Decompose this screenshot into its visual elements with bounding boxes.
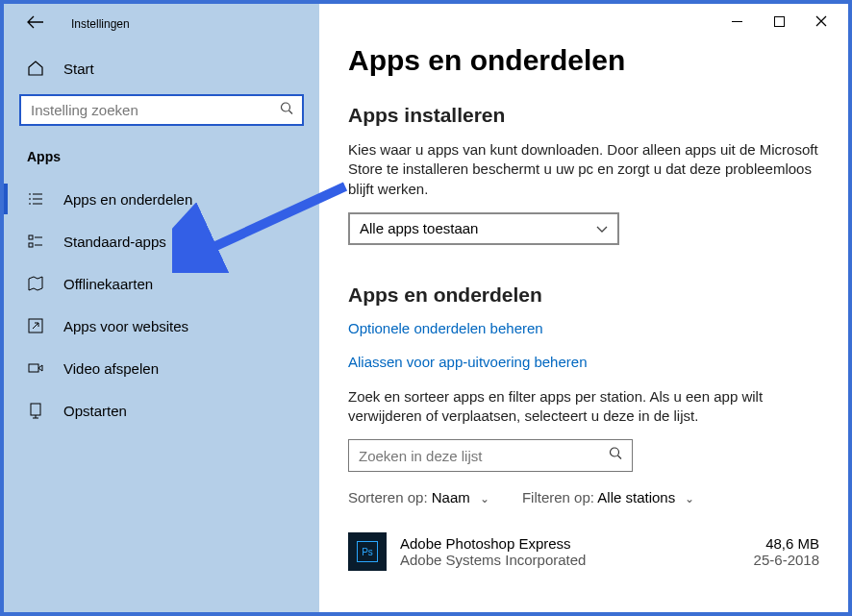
sidebar-item-label: Standaard-apps bbox=[63, 234, 166, 250]
category-label: Apps bbox=[4, 139, 319, 178]
svg-rect-14 bbox=[29, 243, 33, 247]
sort-value: Naam bbox=[432, 489, 470, 505]
sidebar-item-label: Opstarten bbox=[63, 403, 127, 419]
sidebar-item-label: Video afspelen bbox=[63, 360, 159, 377]
app-name: Adobe Photoshop Express bbox=[400, 535, 740, 552]
filter-label: Filteren op: bbox=[522, 489, 594, 505]
minimize-button[interactable] bbox=[715, 8, 758, 35]
svg-rect-12 bbox=[29, 235, 33, 239]
sidebar-item-video[interactable]: Video afspelen bbox=[4, 347, 319, 389]
chevron-down-icon bbox=[596, 220, 608, 236]
svg-rect-17 bbox=[29, 364, 38, 372]
page-title: Apps en onderdelen bbox=[348, 44, 819, 77]
sidebar-item-label: Offlinekaarten bbox=[63, 276, 153, 292]
app-list-item[interactable]: Ps Adobe Photoshop Express Adobe Systems… bbox=[348, 532, 819, 571]
section-heading: Apps en onderdelen bbox=[348, 283, 819, 307]
startup-icon bbox=[27, 402, 44, 419]
app-list-search-input[interactable] bbox=[348, 439, 633, 472]
maximize-button[interactable] bbox=[758, 8, 800, 35]
sidebar-item-label: Apps en onderdelen bbox=[63, 191, 192, 208]
home-icon bbox=[27, 60, 44, 77]
sort-control[interactable]: Sorteren op: Naam ⌄ bbox=[348, 489, 489, 505]
chevron-down-icon: ⌄ bbox=[480, 492, 489, 505]
app-date: 25-6-2018 bbox=[754, 552, 819, 568]
filter-control[interactable]: Filteren op: Alle stations ⌄ bbox=[522, 489, 694, 505]
sort-label: Sorteren op: bbox=[348, 489, 428, 505]
app-size: 48,6 MB bbox=[754, 535, 819, 552]
sidebar-item-apps-websites[interactable]: Apps voor websites bbox=[4, 305, 319, 347]
dropdown-value: Alle apps toestaan bbox=[360, 220, 478, 236]
window-title: Instellingen bbox=[71, 17, 130, 31]
video-icon bbox=[27, 359, 44, 377]
link-optional-features[interactable]: Optionele onderdelen beheren bbox=[348, 320, 819, 336]
sidebar-item-label: Apps voor websites bbox=[63, 318, 188, 334]
svg-rect-1 bbox=[774, 16, 784, 26]
sidebar-item-standaard-apps[interactable]: Standaard-apps bbox=[4, 220, 319, 262]
sidebar: Instellingen Start Apps Apps en onderdel… bbox=[4, 4, 319, 612]
map-icon bbox=[27, 275, 44, 292]
sidebar-item-opstarten[interactable]: Opstarten bbox=[4, 389, 319, 431]
section-description: Zoek en sorteer apps en filter apps per … bbox=[348, 387, 819, 427]
install-source-dropdown[interactable]: Alle apps toestaan bbox=[348, 212, 619, 245]
sidebar-item-start[interactable]: Start bbox=[4, 48, 319, 88]
defaults-icon bbox=[27, 233, 44, 250]
main-content: Apps en onderdelen Apps installeren Kies… bbox=[319, 4, 848, 612]
back-button[interactable] bbox=[27, 15, 44, 33]
chevron-down-icon: ⌄ bbox=[685, 492, 694, 505]
svg-rect-18 bbox=[31, 404, 40, 415]
list-icon bbox=[27, 190, 44, 208]
install-description: Kies waar u apps van kunt downloaden. Do… bbox=[348, 140, 819, 199]
app-icon: Ps bbox=[348, 532, 387, 571]
filter-value: Alle stations bbox=[597, 489, 675, 505]
app-publisher: Adobe Systems Incorporated bbox=[400, 552, 740, 568]
install-heading: Apps installeren bbox=[348, 104, 819, 127]
close-button[interactable] bbox=[800, 8, 842, 35]
sidebar-item-apps-onderdelen[interactable]: Apps en onderdelen bbox=[4, 178, 319, 220]
sidebar-item-label: Start bbox=[63, 61, 94, 77]
search-input[interactable] bbox=[19, 94, 304, 126]
open-icon bbox=[27, 317, 44, 334]
link-app-aliases[interactable]: Aliassen voor app-uitvoering beheren bbox=[348, 354, 819, 370]
sidebar-item-offlinekaarten[interactable]: Offlinekaarten bbox=[4, 262, 319, 305]
